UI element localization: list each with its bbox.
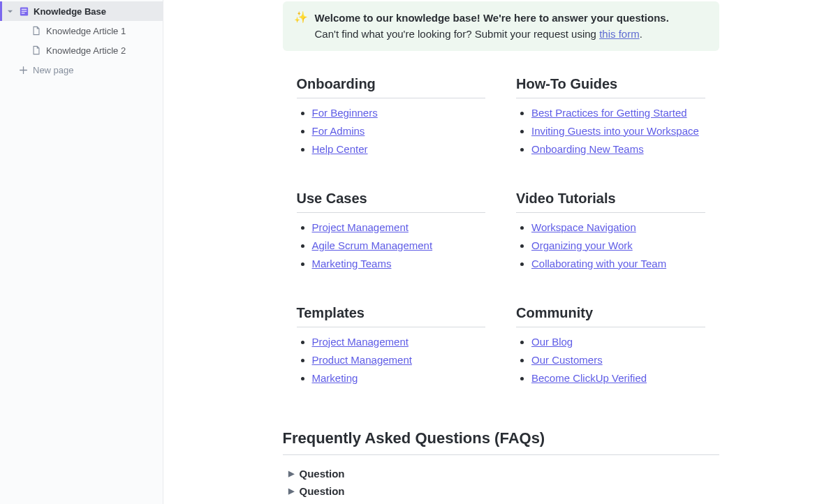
section-title: Onboarding xyxy=(297,76,486,98)
list-item: Project Management xyxy=(312,221,486,233)
link-list: For BeginnersFor AdminsHelp Center xyxy=(297,107,486,155)
list-item: Onboarding New Teams xyxy=(531,143,705,155)
faq-item[interactable]: ▶Question xyxy=(288,482,719,500)
content-link[interactable]: Inviting Guests into your Workspace xyxy=(531,125,699,137)
content-link[interactable]: Collaborating with your Team xyxy=(531,258,666,269)
svg-rect-3 xyxy=(21,13,24,13)
sidebar-item-knowledge-base[interactable]: Knowledge Base xyxy=(0,1,163,21)
content-link[interactable]: Product Management xyxy=(312,354,412,366)
banner-form-link[interactable]: this form xyxy=(599,28,640,40)
welcome-banner: ✨ Welcome to our knowledge base! We're h… xyxy=(283,1,719,51)
document-icon xyxy=(31,45,42,56)
list-item: Product Management xyxy=(312,354,486,366)
book-icon xyxy=(18,6,29,17)
sparkle-icon: ✨ xyxy=(294,10,308,25)
sidebar-item-article-2[interactable]: Knowledge Article 2 xyxy=(0,40,163,60)
banner-headline: Welcome to our knowledge base! We're her… xyxy=(315,12,669,24)
svg-rect-1 xyxy=(21,8,27,9)
link-list: Our BlogOur CustomersBecome ClickUp Veri… xyxy=(516,336,705,384)
faq-question-label: Question xyxy=(300,485,345,497)
section-title: Use Cases xyxy=(297,191,486,213)
sections-grid: OnboardingFor BeginnersFor AdminsHelp Ce… xyxy=(283,76,719,390)
section-title: Community xyxy=(516,305,705,327)
svg-rect-2 xyxy=(21,10,27,11)
chevron-down-icon xyxy=(6,7,14,15)
triangle-right-icon: ▶ xyxy=(288,487,294,496)
content-link[interactable]: For Beginners xyxy=(312,107,378,119)
content-link[interactable]: Our Customers xyxy=(531,354,603,366)
list-item: Organizing your Work xyxy=(531,239,705,251)
list-item: Our Customers xyxy=(531,354,705,366)
faq-item[interactable]: ▶Question xyxy=(288,465,719,482)
list-item: Project Management xyxy=(312,336,486,348)
new-page-button[interactable]: New page xyxy=(0,60,163,80)
content-link[interactable]: Best Practices for Getting Started xyxy=(531,107,687,119)
banner-subtext: Can't find what you're looking for? Subm… xyxy=(315,28,600,40)
content-link[interactable]: Organizing your Work xyxy=(531,239,633,251)
content-link[interactable]: Workspace Navigation xyxy=(531,221,636,233)
list-item: Marketing Teams xyxy=(312,258,486,269)
section-title: Templates xyxy=(297,305,486,327)
content-link[interactable]: Project Management xyxy=(312,336,409,348)
faq-item[interactable]: ▶Question xyxy=(288,500,719,505)
plus-icon xyxy=(17,64,29,75)
content-link[interactable]: Help Center xyxy=(312,143,368,155)
list-item: Workspace Navigation xyxy=(531,221,705,233)
list-item: Our Blog xyxy=(531,336,705,348)
section-block: Use CasesProject ManagementAgile Scrum M… xyxy=(297,191,486,276)
list-item: For Beginners xyxy=(312,107,486,119)
section-block: How-To GuidesBest Practices for Getting … xyxy=(516,76,705,161)
section-block: Video TutorialsWorkspace NavigationOrgan… xyxy=(516,191,705,276)
list-item: Marketing xyxy=(312,372,486,384)
banner-text: Welcome to our knowledge base! We're her… xyxy=(315,10,669,43)
list-item: Become ClickUp Verified xyxy=(531,372,705,384)
list-item: Best Practices for Getting Started xyxy=(531,107,705,119)
faq-title: Frequently Asked Questions (FAQs) xyxy=(283,429,719,455)
sidebar-item-label: Knowledge Base xyxy=(34,6,106,17)
sidebar-item-article-1[interactable]: Knowledge Article 1 xyxy=(0,21,163,40)
list-item: Help Center xyxy=(312,143,486,155)
content-link[interactable]: Onboarding New Teams xyxy=(531,143,644,155)
list-item: Inviting Guests into your Workspace xyxy=(531,125,705,137)
sidebar: Knowledge Base Knowledge Article 1 Knowl… xyxy=(0,0,163,504)
list-item: Agile Scrum Management xyxy=(312,239,486,251)
main-content: ✨ Welcome to our knowledge base! We're h… xyxy=(163,0,838,504)
list-item: Collaborating with your Team xyxy=(531,258,705,269)
link-list: Workspace NavigationOrganizing your Work… xyxy=(516,221,705,269)
content-link[interactable]: Become ClickUp Verified xyxy=(531,372,647,384)
section-title: How-To Guides xyxy=(516,76,705,98)
list-item: For Admins xyxy=(312,125,486,137)
content-link[interactable]: Agile Scrum Management xyxy=(312,239,433,251)
content-link[interactable]: Project Management xyxy=(312,221,409,233)
sidebar-item-label: Knowledge Article 2 xyxy=(46,45,126,56)
section-block: CommunityOur BlogOur CustomersBecome Cli… xyxy=(516,305,705,390)
link-list: Project ManagementAgile Scrum Management… xyxy=(297,221,486,269)
link-list: Best Practices for Getting StartedInviti… xyxy=(516,107,705,155)
triangle-right-icon: ▶ xyxy=(288,469,294,478)
content-link[interactable]: For Admins xyxy=(312,125,365,137)
section-block: OnboardingFor BeginnersFor AdminsHelp Ce… xyxy=(297,76,486,161)
faq-section: Frequently Asked Questions (FAQs) ▶Quest… xyxy=(283,429,719,505)
link-list: Project ManagementProduct ManagementMark… xyxy=(297,336,486,384)
section-block: TemplatesProject ManagementProduct Manag… xyxy=(297,305,486,390)
sidebar-item-label: Knowledge Article 1 xyxy=(46,26,126,36)
faq-question-label: Question xyxy=(300,468,345,480)
content-link[interactable]: Marketing xyxy=(312,372,358,384)
content-link[interactable]: Marketing Teams xyxy=(312,258,392,269)
banner-subtext-end: . xyxy=(640,28,642,40)
document-icon xyxy=(31,25,42,36)
new-page-label: New page xyxy=(33,65,74,75)
section-title: Video Tutorials xyxy=(516,191,705,213)
content-link[interactable]: Our Blog xyxy=(531,336,573,348)
